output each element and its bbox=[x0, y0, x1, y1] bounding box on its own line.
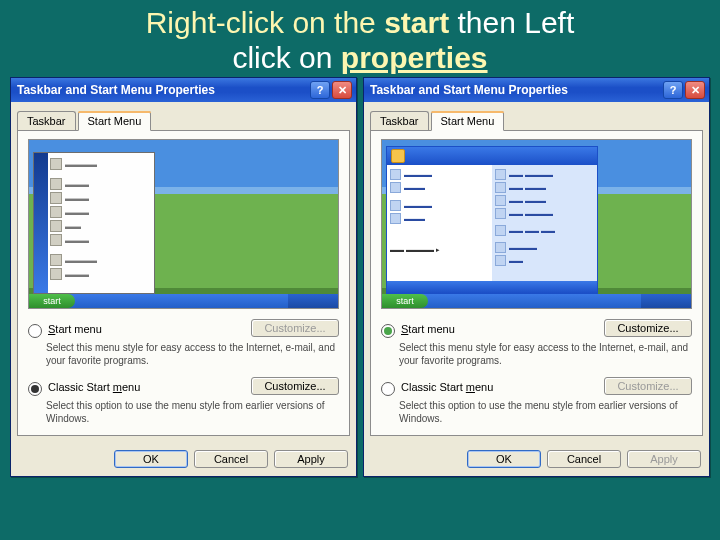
dialog-buttons: OK Cancel Apply bbox=[364, 442, 709, 476]
tab-row: Taskbar Start Menu bbox=[364, 102, 709, 130]
start-menu-preview: ▬▬▬▬ ▬▬▬ ▬▬▬ ▬▬▬ ▬▬ ▬▬▬ ▬▬▬▬ ▬▬▬ start bbox=[28, 139, 339, 309]
title-l1a: Right-click on the bbox=[146, 6, 384, 39]
desc-start-menu: Select this menu style for easy access t… bbox=[399, 342, 692, 367]
cancel-button[interactable]: Cancel bbox=[547, 450, 621, 468]
tab-row: Taskbar Start Menu bbox=[11, 102, 356, 130]
ok-button[interactable]: OK bbox=[467, 450, 541, 468]
option-start-menu[interactable]: Start menu bbox=[381, 323, 455, 338]
close-button[interactable]: ✕ bbox=[332, 81, 352, 99]
option-classic-start-menu[interactable]: Classic Start menu bbox=[381, 381, 493, 396]
desc-classic: Select this option to use the menu style… bbox=[399, 400, 692, 425]
customize-start-menu-button[interactable]: Customize... bbox=[604, 319, 692, 337]
option-start-menu[interactable]: Start menu bbox=[28, 323, 102, 338]
title-l1b: start bbox=[384, 6, 449, 39]
radio-classic-start-menu[interactable] bbox=[381, 382, 395, 396]
cancel-button[interactable]: Cancel bbox=[194, 450, 268, 468]
apply-button[interactable]: Apply bbox=[274, 450, 348, 468]
customize-classic-button[interactable]: Customize... bbox=[604, 377, 692, 395]
preview-start-button: start bbox=[29, 294, 75, 308]
dialog-buttons: OK Cancel Apply bbox=[11, 442, 356, 476]
tab-start-menu[interactable]: Start Menu bbox=[431, 111, 505, 131]
tab-taskbar[interactable]: Taskbar bbox=[370, 111, 429, 130]
dialog-left: Taskbar and Start Menu Properties ? ✕ Ta… bbox=[10, 77, 357, 477]
slide-title: Right-click on the start then Left click… bbox=[0, 0, 720, 77]
desc-start-menu: Select this menu style for easy access t… bbox=[46, 342, 339, 367]
customize-start-menu-button[interactable]: Customize... bbox=[251, 319, 339, 337]
titlebar[interactable]: Taskbar and Start Menu Properties ? ✕ bbox=[364, 78, 709, 102]
dialog-right: Taskbar and Start Menu Properties ? ✕ Ta… bbox=[363, 77, 710, 477]
title-l2b: properties bbox=[341, 41, 488, 74]
title-l1c: then Left bbox=[449, 6, 574, 39]
preview-start-button: start bbox=[382, 294, 428, 308]
tab-body: ▬▬▬▬ ▬▬▬ ▬▬▬▬ ▬▬▬ ▬▬ ▬▬▬▬ ▸ ▬▬ ▬▬▬▬ ▬▬ ▬… bbox=[370, 130, 703, 436]
radio-start-menu[interactable] bbox=[381, 324, 395, 338]
titlebar-text: Taskbar and Start Menu Properties bbox=[370, 83, 661, 97]
tab-body: ▬▬▬▬ ▬▬▬ ▬▬▬ ▬▬▬ ▬▬ ▬▬▬ ▬▬▬▬ ▬▬▬ start bbox=[17, 130, 350, 436]
ok-button[interactable]: OK bbox=[114, 450, 188, 468]
titlebar-text: Taskbar and Start Menu Properties bbox=[17, 83, 308, 97]
radio-start-menu[interactable] bbox=[28, 324, 42, 338]
customize-classic-button[interactable]: Customize... bbox=[251, 377, 339, 395]
radio-classic-start-menu[interactable] bbox=[28, 382, 42, 396]
start-menu-preview: ▬▬▬▬ ▬▬▬ ▬▬▬▬ ▬▬▬ ▬▬ ▬▬▬▬ ▸ ▬▬ ▬▬▬▬ ▬▬ ▬… bbox=[381, 139, 692, 309]
xp-menu-preview: ▬▬▬▬ ▬▬▬ ▬▬▬▬ ▬▬▬ ▬▬ ▬▬▬▬ ▸ ▬▬ ▬▬▬▬ ▬▬ ▬… bbox=[386, 146, 598, 294]
tab-start-menu[interactable]: Start Menu bbox=[78, 111, 152, 131]
classic-menu-preview: ▬▬▬▬ ▬▬▬ ▬▬▬ ▬▬▬ ▬▬ ▬▬▬ ▬▬▬▬ ▬▬▬ bbox=[33, 152, 155, 294]
option-classic-start-menu[interactable]: Classic Start menu bbox=[28, 381, 140, 396]
help-button[interactable]: ? bbox=[663, 81, 683, 99]
help-button[interactable]: ? bbox=[310, 81, 330, 99]
tab-taskbar[interactable]: Taskbar bbox=[17, 111, 76, 130]
desc-classic: Select this option to use the menu style… bbox=[46, 400, 339, 425]
title-l2a: click on bbox=[232, 41, 340, 74]
apply-button[interactable]: Apply bbox=[627, 450, 701, 468]
close-button[interactable]: ✕ bbox=[685, 81, 705, 99]
titlebar[interactable]: Taskbar and Start Menu Properties ? ✕ bbox=[11, 78, 356, 102]
